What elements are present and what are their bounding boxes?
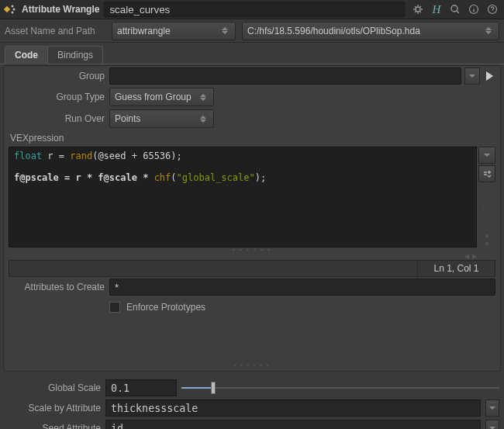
combo-arrows-icon <box>219 22 230 40</box>
nav-left-icon[interactable]: ◀ <box>464 253 469 260</box>
group-select-arrow-button[interactable] <box>483 67 495 85</box>
runover-label: Run Over <box>9 113 105 124</box>
global-scale-slider[interactable] <box>181 379 499 396</box>
scroll-up-icon[interactable]: ▲ <box>484 232 490 239</box>
code-expand-button[interactable] <box>478 147 495 164</box>
grouptype-label: Group Type <box>9 92 105 102</box>
gear-sparkle-icon[interactable] <box>409 2 426 17</box>
scale-attr-label: Scale by Attribute <box>5 403 101 413</box>
vex-code-editor[interactable]: float r = rand(@seed + 65536); f@pscale … <box>9 147 477 247</box>
svg-point-3 <box>12 12 14 14</box>
asset-name-combo[interactable]: attribwrangle <box>112 22 236 40</box>
node-type-label: Attribute Wrangle <box>22 4 99 15</box>
code-side-grip[interactable]: ⋮⋮ <box>478 204 495 211</box>
nav-right-icon[interactable]: ▶ <box>472 253 477 260</box>
scale-attr-menu-button[interactable] <box>485 400 499 417</box>
svg-point-4 <box>416 7 420 12</box>
svg-point-2 <box>13 9 16 11</box>
grouptype-combo[interactable]: Guess from Group <box>109 88 214 106</box>
vexpression-label: VEXpression <box>4 130 500 147</box>
enforce-prototypes-checkbox[interactable] <box>109 302 120 313</box>
group-input[interactable] <box>109 67 461 85</box>
seed-attr-label: Seed Attribute <box>5 423 101 429</box>
combo-arrows-icon <box>198 88 209 106</box>
seed-attr-input[interactable] <box>105 420 481 429</box>
node-type-icon <box>3 2 17 16</box>
attrs-create-label: Attributes to Create <box>9 282 105 292</box>
runover-combo[interactable]: Points <box>109 109 214 128</box>
combo-arrows-icon <box>198 110 209 127</box>
cursor-position: Ln 1, Col 1 <box>418 260 495 277</box>
tab-bindings[interactable]: Bindings <box>47 46 103 64</box>
scroll-down-icon[interactable]: ▼ <box>484 240 490 247</box>
combo-arrows-icon <box>483 22 494 40</box>
scale-attr-input[interactable] <box>105 400 481 417</box>
asset-name-value: attribwrangle <box>117 26 219 36</box>
runover-value: Points <box>115 113 198 124</box>
group-label: Group <box>9 71 105 81</box>
asset-path-value: C:/hfs/18.5.596/houdini/otls/OPlibSop.hd… <box>247 26 483 36</box>
global-scale-input[interactable] <box>105 379 177 396</box>
status-message <box>9 260 418 277</box>
node-name-input[interactable] <box>104 2 405 17</box>
search-icon[interactable] <box>447 2 464 17</box>
code-create-params-button[interactable] <box>478 165 495 182</box>
enforce-prototypes-label: Enforce Prototypes <box>126 302 205 313</box>
svg-rect-0 <box>4 6 10 12</box>
grouptype-value: Guess from Group <box>115 92 198 102</box>
info-icon[interactable] <box>465 2 482 17</box>
panel-resize-grip[interactable]: • • • • • • <box>4 362 500 368</box>
tab-code[interactable]: Code <box>5 46 48 64</box>
seed-attr-menu-button[interactable] <box>485 420 499 429</box>
asset-path-combo[interactable]: C:/hfs/18.5.596/houdini/otls/OPlibSop.hd… <box>242 22 499 40</box>
group-dropdown-button[interactable] <box>464 67 480 85</box>
svg-point-1 <box>12 5 14 8</box>
svg-point-5 <box>451 5 457 12</box>
help-icon[interactable] <box>484 2 501 17</box>
global-scale-label: Global Scale <box>5 382 101 393</box>
houdini-h-icon[interactable]: H <box>428 2 445 17</box>
attrs-create-input[interactable] <box>109 279 495 296</box>
asset-name-path-label: Asset Name and Path <box>5 26 105 36</box>
